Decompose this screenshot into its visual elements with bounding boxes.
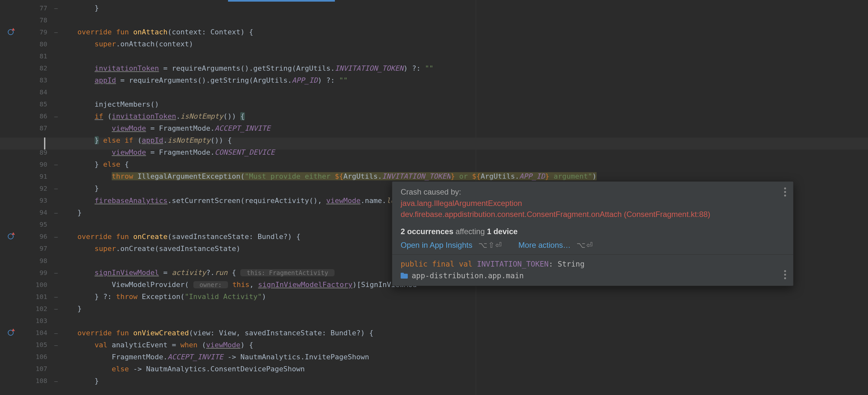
fold-toggle[interactable]: – xyxy=(52,305,60,313)
crash-location: dev.firebase.appdistribution.consent.Con… xyxy=(401,209,785,220)
open-shortcut: ⌥⇧⏎ xyxy=(478,241,502,249)
fold-toggle[interactable]: – xyxy=(52,28,60,36)
line-number[interactable]: 106 xyxy=(16,353,52,361)
code-line[interactable]: 78 xyxy=(0,14,868,26)
code-line[interactable]: 102– } xyxy=(0,303,868,315)
code-content[interactable]: invitationToken = requireArguments().get… xyxy=(60,64,868,72)
fold-toggle[interactable]: – xyxy=(52,160,60,168)
devices-count: 1 device xyxy=(487,227,518,236)
gutter-icons xyxy=(0,29,16,35)
line-number[interactable]: 90 xyxy=(16,161,52,168)
line-number[interactable]: 93 xyxy=(16,197,52,204)
line-number[interactable]: 97 xyxy=(16,245,52,252)
code-line[interactable]: 86– if (invitationToken.isNotEmpty()) { xyxy=(0,110,868,122)
line-number[interactable]: 95 xyxy=(16,221,52,228)
code-line[interactable]: 90– } else { xyxy=(0,158,868,170)
code-line[interactable]: 104– override fun onViewCreated(view: Vi… xyxy=(0,327,868,339)
code-line[interactable]: 91 throw IllegalArgumentException("Must … xyxy=(0,170,868,182)
code-content[interactable]: throw IllegalArgumentException("Must pro… xyxy=(60,172,868,180)
code-line[interactable]: 89 viewMode = FragmentMode.CONSENT_DEVIC… xyxy=(0,146,868,158)
line-number[interactable]: 89 xyxy=(16,148,52,156)
line-number[interactable]: 98 xyxy=(16,257,52,265)
fold-toggle[interactable]: – xyxy=(52,269,60,277)
line-number[interactable]: 79 xyxy=(16,28,52,36)
code-content[interactable]: } else { xyxy=(60,160,868,168)
line-number[interactable]: 82 xyxy=(16,64,52,72)
line-number[interactable]: 91 xyxy=(16,172,52,180)
code-content[interactable]: val analyticEvent = when (viewMode) { xyxy=(60,341,868,349)
code-line[interactable]: 108– } xyxy=(0,375,868,387)
crash-insight-popup: Crash caused by: java.lang.IllegalArgume… xyxy=(392,181,794,286)
fold-toggle[interactable]: – xyxy=(52,112,60,120)
fold-toggle[interactable]: – xyxy=(52,329,60,337)
line-number[interactable]: 81 xyxy=(16,52,52,60)
code-line[interactable]: 103 xyxy=(0,315,868,327)
code-line[interactable]: 106 FragmentMode.ACCEPT_INVITE -> NautmA… xyxy=(0,351,868,363)
line-number[interactable]: 104 xyxy=(16,329,52,337)
line-number[interactable]: 102 xyxy=(16,305,52,313)
code-content[interactable]: super.onAttach(context) xyxy=(60,40,868,48)
code-line[interactable]: 101– } ?: throw Exception("Invalid Activ… xyxy=(0,290,868,303)
code-content[interactable]: } xyxy=(60,305,868,313)
line-number[interactable]: 105 xyxy=(16,341,52,349)
override-gutter-icon[interactable] xyxy=(8,233,13,239)
more-actions-link[interactable]: More actions… xyxy=(519,241,571,249)
code-content[interactable]: override fun onAttach(context: Context) … xyxy=(60,28,868,36)
override-gutter-icon[interactable] xyxy=(8,29,13,35)
popup-more-icon[interactable] xyxy=(784,188,786,197)
code-line[interactable]: 80 super.onAttach(context) xyxy=(0,38,868,50)
declaration-section: public final val INVITATION_TOKEN: Strin… xyxy=(392,254,793,286)
open-app-insights-link[interactable]: Open in App Insights xyxy=(401,241,472,249)
code-content[interactable]: viewMode = FragmentMode.CONSENT_DEVICE xyxy=(60,148,868,156)
module-name: app-distribution.app.main xyxy=(412,272,524,280)
fold-toggle[interactable]: – xyxy=(52,292,60,301)
code-line[interactable]: 79– override fun onAttach(context: Conte… xyxy=(0,26,868,38)
line-number[interactable]: 96 xyxy=(16,232,52,240)
line-number[interactable]: 92 xyxy=(16,185,52,192)
crash-title: Crash caused by: xyxy=(401,188,785,197)
line-number[interactable]: 87 xyxy=(16,124,52,132)
code-line[interactable]: 87 viewMode = FragmentMode.ACCEPT_INVITE xyxy=(0,122,868,134)
override-gutter-icon[interactable] xyxy=(8,330,13,336)
code-line[interactable]: 83 appId = requireArguments().getString(… xyxy=(0,74,868,86)
code-line[interactable]: 77– } xyxy=(0,2,868,14)
line-number[interactable]: 86 xyxy=(16,112,52,120)
line-number[interactable]: 84 xyxy=(16,88,52,96)
fold-toggle[interactable]: – xyxy=(52,184,60,192)
line-number[interactable]: 107 xyxy=(16,365,52,373)
line-number[interactable]: 83 xyxy=(16,76,52,84)
code-content[interactable]: } else if (appId.isNotEmpty()) { xyxy=(60,136,868,144)
line-number[interactable]: 99 xyxy=(16,269,52,277)
line-number[interactable]: 100 xyxy=(16,281,52,289)
line-number[interactable]: 80 xyxy=(16,40,52,48)
code-content[interactable]: override fun onViewCreated(view: View, s… xyxy=(60,329,868,337)
line-number[interactable]: 103 xyxy=(16,317,52,325)
declaration-more-icon[interactable] xyxy=(784,270,786,279)
fold-toggle[interactable]: – xyxy=(52,341,60,349)
line-number[interactable]: 108 xyxy=(16,377,52,385)
line-number[interactable]: 85 xyxy=(16,100,52,108)
code-content[interactable]: FragmentMode.ACCEPT_INVITE -> NautmAnaly… xyxy=(60,353,868,361)
fold-toggle[interactable]: – xyxy=(52,4,60,12)
line-number[interactable]: 101 xyxy=(16,293,52,301)
code-content[interactable]: viewMode = FragmentMode.ACCEPT_INVITE xyxy=(60,124,868,132)
code-line[interactable]: 81 xyxy=(0,50,868,62)
code-line[interactable]: 107 else -> NautmAnalytics.ConsentDevice… xyxy=(0,363,868,375)
fold-toggle[interactable]: – xyxy=(52,232,60,241)
line-number[interactable]: 78 xyxy=(16,16,52,24)
code-content[interactable]: } xyxy=(60,377,868,385)
line-number[interactable]: 94 xyxy=(16,208,52,216)
code-content[interactable]: appId = requireArguments().getString(Arg… xyxy=(60,76,868,84)
code-content[interactable]: } ?: throw Exception("Invalid Activity") xyxy=(60,292,868,301)
code-line[interactable]: 105– val analyticEvent = when (viewMode)… xyxy=(0,339,868,351)
code-line[interactable]: 84 xyxy=(0,86,868,98)
code-content[interactable]: else -> NautmAnalytics.ConsentDevicePage… xyxy=(60,365,868,373)
code-line[interactable]: 82 invitationToken = requireArguments().… xyxy=(0,62,868,74)
fold-toggle[interactable]: – xyxy=(52,208,60,217)
code-content[interactable]: if (invitationToken.isNotEmpty()) { xyxy=(60,112,868,120)
code-content[interactable]: } xyxy=(60,4,868,12)
fold-toggle[interactable]: – xyxy=(52,377,60,385)
line-number[interactable]: 77 xyxy=(16,4,52,12)
code-line[interactable]: 85 injectMembers() xyxy=(0,98,868,110)
code-content[interactable]: injectMembers() xyxy=(60,100,868,108)
